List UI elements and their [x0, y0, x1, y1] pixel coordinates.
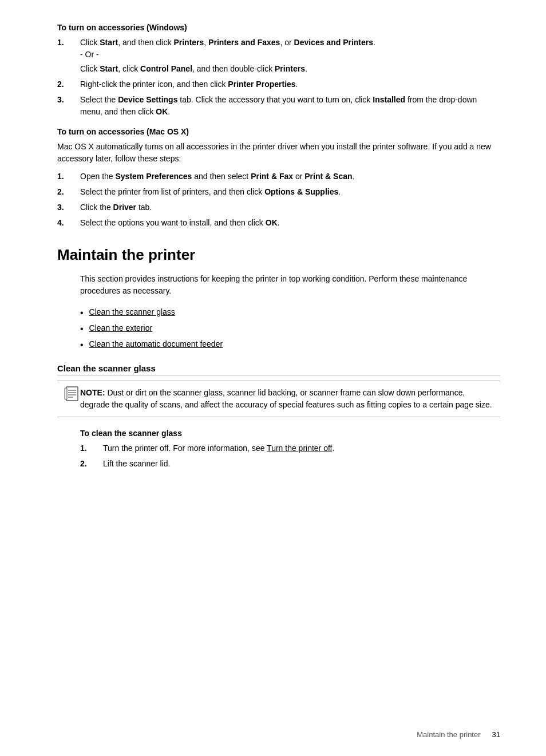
- mac-step-num-3: 3.: [57, 201, 76, 213]
- mac-step-3: 3. Click the Driver tab.: [57, 201, 500, 213]
- note-text: Dust or dirt on the scanner glass, scann…: [80, 388, 492, 409]
- maintain-bullet-list: • Clean the scanner glass • Clean the ex…: [80, 306, 500, 352]
- maintain-section: Maintain the printer This section provid…: [57, 246, 500, 352]
- mac-os: Options & Supplies: [264, 187, 338, 196]
- page-footer: Maintain the printer 31: [417, 730, 500, 739]
- mac-heading: To turn on accessories (Mac OS X): [57, 127, 500, 136]
- note-box: NOTE: Dust or dirt on the scanner glass,…: [57, 381, 500, 417]
- step-1-start: Start: [100, 38, 118, 47]
- step-num-3: 3.: [57, 94, 76, 106]
- step-1-paf: Printers and Faxes: [208, 38, 280, 47]
- link-clean-scanner-glass[interactable]: Clean the scanner glass: [89, 306, 175, 318]
- footer-page-number: 31: [492, 730, 500, 739]
- bullet-dot-2: •: [80, 322, 84, 336]
- note-content: NOTE: Dust or dirt on the scanner glass,…: [80, 387, 493, 411]
- mac-steps-list: 1. Open the System Preferences and then …: [57, 171, 500, 229]
- step-3-installed: Installed: [373, 95, 405, 104]
- bullet-dot-3: •: [80, 338, 84, 352]
- mac-driver: Driver: [113, 203, 136, 212]
- windows-heading: To turn on accessories (Windows): [57, 23, 500, 32]
- mac-step-3-content: Click the Driver tab.: [80, 201, 500, 213]
- bullet-item-3: • Clean the automatic document feeder: [80, 338, 500, 352]
- clean-step-1-content: Turn the printer off. For more informati…: [103, 442, 500, 454]
- mac-step-2-content: Select the printer from list of printers…: [80, 186, 500, 198]
- mac-step-1: 1. Open the System Preferences and then …: [57, 171, 500, 183]
- step-1-dap: Devices and Printers: [294, 38, 374, 47]
- mac-step-1-content: Open the System Preferences and then sel…: [80, 171, 500, 183]
- mac-step-4: 4. Select the options you want to instal…: [57, 217, 500, 229]
- maintain-heading: Maintain the printer: [57, 246, 500, 264]
- mac-ok: OK: [266, 218, 278, 227]
- step-2-pp: Printer Properties: [228, 80, 295, 89]
- step-3-ds: Device Settings: [118, 95, 177, 104]
- svg-rect-0: [66, 387, 78, 401]
- link-clean-exterior[interactable]: Clean the exterior: [89, 322, 153, 334]
- step-1-start2: Start: [100, 64, 118, 73]
- step-2-content: Right-click the printer icon, and then c…: [80, 78, 500, 90]
- clean-scanner-heading: Clean the scanner glass: [57, 363, 500, 376]
- windows-step-1: 1. Click Start, and then click Printers,…: [57, 37, 500, 75]
- mac-pf: Print & Fax: [251, 172, 293, 181]
- bullet-item-1: • Clean the scanner glass: [80, 306, 500, 320]
- step-num-2: 2.: [57, 78, 76, 90]
- bullet-item-2: • Clean the exterior: [80, 322, 500, 336]
- mac-section: To turn on accessories (Mac OS X) Mac OS…: [57, 127, 500, 229]
- windows-step-3: 3. Select the Device Settings tab. Click…: [57, 94, 500, 118]
- mac-ps: Print & Scan: [304, 172, 352, 181]
- mac-sp: System Preferences: [116, 172, 192, 181]
- link-turn-printer-off[interactable]: Turn the printer off: [267, 444, 332, 453]
- note-label: NOTE:: [80, 388, 105, 397]
- to-clean-scanner-heading: To clean the scanner glass: [80, 429, 500, 438]
- step-1-printers2: Printers: [275, 64, 305, 73]
- windows-step-2: 2. Right-click the printer icon, and the…: [57, 78, 500, 90]
- maintain-intro: This section provides instructions for k…: [80, 273, 500, 297]
- clean-step-2: 2. Lift the scanner lid.: [80, 458, 500, 470]
- mac-step-2: 2. Select the printer from list of print…: [57, 186, 500, 198]
- mac-step-num-2: 2.: [57, 186, 76, 198]
- bullet-dot-1: •: [80, 306, 84, 320]
- clean-scanner-steps: 1. Turn the printer off. For more inform…: [80, 442, 500, 470]
- mac-intro: Mac OS X automatically turns on all acce…: [57, 141, 500, 165]
- windows-steps-list: 1. Click Start, and then click Printers,…: [57, 37, 500, 118]
- mac-step-num-4: 4.: [57, 217, 76, 229]
- link-clean-adf[interactable]: Clean the automatic document feeder: [89, 338, 223, 350]
- step-1-content: Click Start, and then click Printers, Pr…: [80, 37, 500, 75]
- step-1-printers: Printers: [173, 38, 204, 47]
- mac-step-num-1: 1.: [57, 171, 76, 183]
- footer-section-label: Maintain the printer: [417, 730, 480, 739]
- note-icon: [64, 387, 80, 401]
- windows-section: To turn on accessories (Windows) 1. Clic…: [57, 23, 500, 118]
- mac-step-4-content: Select the options you want to install, …: [80, 217, 500, 229]
- clean-step-num-1: 1.: [80, 442, 98, 454]
- svg-rect-1: [65, 388, 67, 399]
- clean-scanner-section: Clean the scanner glass NOTE: Dust or di…: [57, 363, 500, 470]
- clean-step-1: 1. Turn the printer off. For more inform…: [80, 442, 500, 454]
- clean-step-num-2: 2.: [80, 458, 98, 470]
- step-3-ok: OK: [156, 107, 168, 116]
- step-3-content: Select the Device Settings tab. Click th…: [80, 94, 500, 118]
- clean-step-2-content: Lift the scanner lid.: [103, 458, 500, 470]
- or-line: - Or -: [80, 49, 500, 61]
- step-num-1: 1.: [57, 37, 76, 49]
- step-1-cp: Control Panel: [140, 64, 192, 73]
- page: To turn on accessories (Windows) 1. Clic…: [0, 0, 546, 756]
